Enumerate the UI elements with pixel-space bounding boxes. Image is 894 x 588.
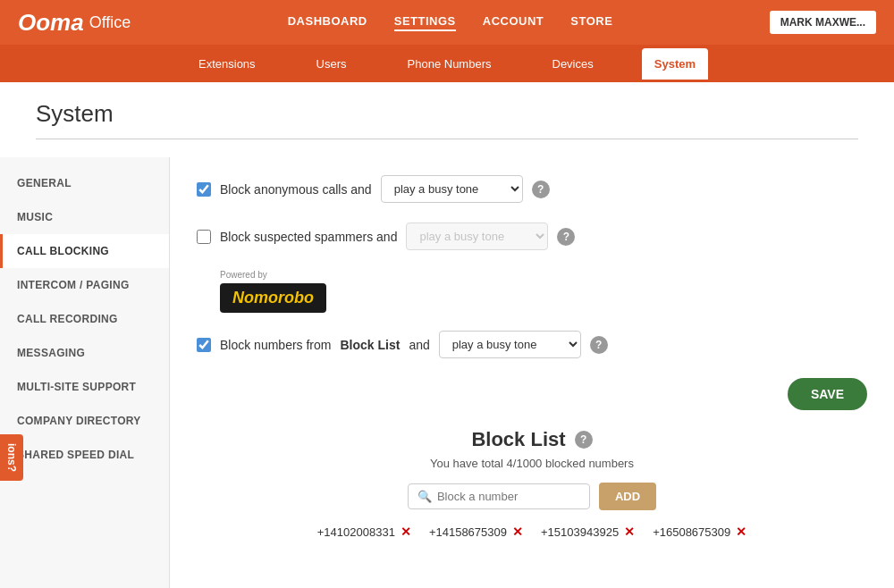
subnav-extensions[interactable]: Extensions	[186, 48, 268, 80]
block-number-input[interactable]	[437, 490, 580, 503]
block-list-input-row: 🔍 ADD	[197, 483, 867, 510]
sidebar-item-company-directory[interactable]: COMPANY DIRECTORY	[0, 404, 169, 438]
list-item: +15103943925 ✕	[541, 525, 635, 539]
sidebar-item-call-blocking[interactable]: CALL BLOCKING	[0, 234, 169, 268]
block-list-section: Block List ? You have total 4/1000 block…	[197, 428, 867, 539]
page-title: System	[36, 100, 858, 128]
spammers-select[interactable]: play a busy tone send to voicemail disco…	[406, 223, 548, 250]
logo: Ooma Office	[18, 9, 131, 37]
spammers-checkbox[interactable]	[197, 230, 211, 244]
nav-settings[interactable]: SETTINGS	[394, 14, 456, 31]
add-button[interactable]: ADD	[599, 483, 656, 510]
nav-dashboard[interactable]: DASHBOARD	[288, 14, 367, 31]
logo-ooma: Ooma	[18, 9, 84, 37]
page-header: System	[0, 82, 894, 157]
remove-number-icon[interactable]: ✕	[624, 525, 635, 539]
content-area: Block anonymous calls and play a busy to…	[170, 157, 894, 588]
subnav-devices[interactable]: Devices	[540, 48, 606, 80]
spammers-help-icon[interactable]: ?	[557, 228, 575, 246]
sidebar-item-shared-speed-dial[interactable]: SHARED SPEED DIAL	[0, 438, 169, 472]
save-row: SAVE	[197, 378, 867, 410]
sub-navigation: Extensions Users Phone Numbers Devices S…	[0, 45, 894, 82]
blocked-number-value: +16508675309	[653, 525, 730, 539]
list-item: +16508675309 ✕	[653, 525, 746, 539]
top-nav-links: DASHBOARD SETTINGS ACCOUNT STORE	[157, 14, 742, 31]
block-list-title: Block List	[471, 428, 565, 451]
sidebar-item-general[interactable]: GENERAL	[0, 166, 169, 200]
blocked-number-value: +14158675309	[429, 525, 507, 539]
remove-number-icon[interactable]: ✕	[401, 525, 411, 539]
sidebar-item-multi-site-support[interactable]: MULTI-SITE SUPPORT	[0, 370, 169, 404]
user-badge[interactable]: MARK MAXWE...	[770, 11, 876, 34]
remove-number-icon[interactable]: ✕	[512, 525, 523, 539]
block-list-title-row: Block List ?	[197, 428, 867, 451]
remove-number-icon[interactable]: ✕	[736, 525, 746, 539]
sidebar-item-music[interactable]: MUSIC	[0, 200, 169, 234]
nav-account[interactable]: ACCOUNT	[483, 14, 544, 31]
sidebar-item-intercom-paging[interactable]: INTERCOM / PAGING	[0, 268, 169, 302]
spammers-label: Block suspected spammers and	[220, 230, 397, 244]
list-item: +14158675309 ✕	[429, 525, 523, 539]
sidebar: GENERAL MUSIC CALL BLOCKING INTERCOM / P…	[0, 157, 170, 588]
block-list-subtitle: You have total 4/1000 blocked numbers	[197, 457, 867, 470]
spammers-setting: Block suspected spammers and play a busy…	[197, 223, 867, 250]
anonymous-calls-setting: Block anonymous calls and play a busy to…	[197, 175, 867, 203]
block-list-setting: Block numbers from Block List and play a…	[197, 331, 867, 358]
blocked-number-value: +15103943925	[541, 525, 619, 539]
nomorobo-badge: Nomorobo	[220, 283, 326, 313]
subnav-phone-numbers[interactable]: Phone Numbers	[395, 48, 504, 80]
block-list-select[interactable]: play a busy tone send to voicemail disco…	[439, 331, 581, 358]
blocked-numbers-row: +14102008331 ✕ +14158675309 ✕ +151039439…	[197, 525, 867, 539]
anonymous-calls-help-icon[interactable]: ?	[532, 181, 550, 198]
block-list-label-post: and	[409, 338, 429, 352]
logo-office: Office	[89, 13, 131, 32]
subnav-users[interactable]: Users	[304, 48, 359, 80]
list-item: +14102008331 ✕	[317, 525, 411, 539]
save-button[interactable]: SAVE	[788, 378, 867, 410]
floating-left-button[interactable]: ions?	[0, 434, 23, 481]
top-navigation: Ooma Office DASHBOARD SETTINGS ACCOUNT S…	[0, 0, 894, 45]
block-list-label-bold: Block List	[340, 338, 400, 352]
blocked-number-value: +14102008331	[317, 525, 395, 539]
block-list-section-help-icon[interactable]: ?	[575, 431, 593, 449]
nav-store[interactable]: STORE	[570, 14, 612, 31]
anonymous-calls-checkbox[interactable]	[197, 182, 211, 197]
sidebar-item-call-recording[interactable]: CALL RECORDING	[0, 302, 169, 336]
anonymous-calls-label: Block anonymous calls and	[220, 182, 372, 197]
block-list-help-icon[interactable]: ?	[590, 336, 608, 354]
main-layout: GENERAL MUSIC CALL BLOCKING INTERCOM / P…	[0, 157, 894, 588]
search-icon: 🔍	[417, 490, 432, 503]
anonymous-calls-select[interactable]: play a busy tone send to voicemail disco…	[381, 175, 523, 203]
nomorobo-container: Powered by Nomorobo	[220, 270, 867, 313]
block-number-input-wrapper: 🔍	[408, 483, 590, 509]
block-list-checkbox[interactable]	[197, 338, 211, 352]
block-list-label-pre: Block numbers from	[220, 338, 331, 352]
title-divider	[36, 139, 858, 139]
powered-by-label: Powered by	[220, 270, 867, 280]
subnav-system[interactable]: System	[642, 48, 708, 80]
sidebar-item-messaging[interactable]: MESSAGING	[0, 336, 169, 370]
